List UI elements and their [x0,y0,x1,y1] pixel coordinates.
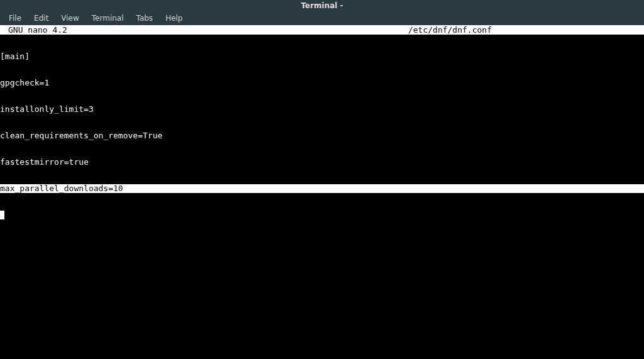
nano-header-bar: GNU nano 4.2 /etc/dnf/dnf.conf [0,25,644,35]
text-cursor [0,211,4,219]
menu-edit[interactable]: Edit [28,12,55,25]
menu-help[interactable]: Help [159,12,189,25]
file-line: [main] [0,52,644,61]
file-line: gpgcheck=1 [0,79,644,87]
file-line: installonly_limit=3 [0,105,644,114]
nano-app-label: GNU nano 4.2 [0,25,67,35]
current-line-text: max_parallel_downloads=10 [0,184,644,193]
menu-terminal[interactable]: Terminal [86,12,130,25]
menu-view[interactable]: View [55,12,85,25]
window-titlebar: Terminal - [0,0,644,11]
window-title: Terminal - [301,1,343,10]
terminal-content[interactable]: GNU nano 4.2 /etc/dnf/dnf.conf [main] gp… [0,25,644,359]
menu-tabs[interactable]: Tabs [130,12,160,25]
menubar: File Edit View Terminal Tabs Help [0,11,644,25]
file-line: clean_requirements_on_remove=True [0,131,644,140]
editor-content[interactable]: [main] gpgcheck=1 installonly_limit=3 cl… [0,35,644,237]
file-line: fastestmirror=true [0,158,644,167]
menu-file[interactable]: File [3,12,28,25]
file-line-highlighted: max_parallel_downloads=10 [0,184,644,193]
nano-file-path: /etc/dnf/dnf.conf [67,25,644,35]
cursor-line [0,211,644,219]
